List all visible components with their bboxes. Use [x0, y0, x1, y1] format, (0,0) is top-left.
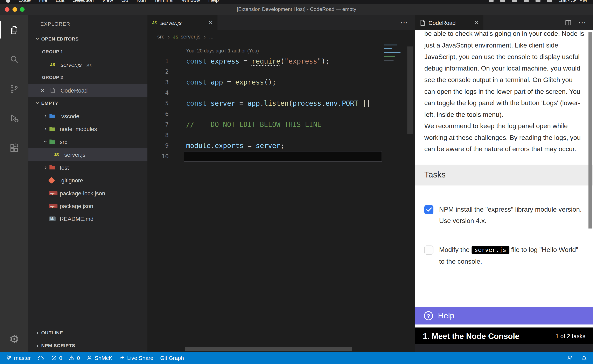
status-master[interactable]: master	[6, 355, 31, 361]
close-tab-icon[interactable]: ✕	[204, 20, 213, 26]
menu-window[interactable]: Window	[182, 0, 200, 3]
tree-item-test[interactable]: ›test	[28, 161, 148, 174]
menubar-status-icon[interactable]	[489, 0, 493, 2]
task-checkbox-unchecked[interactable]	[424, 245, 433, 254]
status-0[interactable]: 0	[69, 355, 80, 361]
menu-file[interactable]: File	[39, 0, 47, 3]
js-file-icon: JS	[173, 35, 179, 39]
bell-icon	[581, 355, 587, 361]
chevron-right-icon: ›	[34, 342, 41, 349]
tab-server-js[interactable]: JS server.js ✕	[147, 15, 217, 30]
lesson-bar[interactable]: 1. Meet the Node Console 1 of 2 tasks	[415, 327, 593, 344]
tree-item-src[interactable]: ›src	[28, 135, 148, 148]
menubar-status-icon[interactable]	[547, 0, 552, 2]
close-editor-icon[interactable]: ✕	[40, 87, 50, 93]
code-line[interactable]: 5const server = app.listen(process.env.P…	[147, 98, 415, 109]
src-folder-icon	[49, 139, 56, 144]
apple-menu-icon[interactable]	[6, 0, 10, 3]
breadcrumb[interactable]: src›JSserver.js›...	[147, 30, 415, 43]
menubar-status-icon[interactable]	[535, 0, 540, 2]
panel-more-actions-icon[interactable]: ⋯	[578, 18, 586, 27]
line-number: 7	[147, 119, 169, 130]
menu-run[interactable]: Run	[137, 0, 146, 3]
code-line[interactable]: 4	[147, 88, 415, 98]
settings-gear-button[interactable]: ⚙	[0, 326, 28, 352]
code-line[interactable]: 9module.exports = server;	[147, 140, 415, 151]
menubar-status-icon[interactable]	[500, 0, 505, 2]
menu-view[interactable]: View	[102, 0, 113, 3]
activity-source-control-button[interactable]	[0, 74, 28, 104]
activity-explorer-button[interactable]	[0, 15, 28, 45]
menu-help[interactable]: Help	[208, 0, 219, 3]
close-window-button[interactable]	[5, 7, 9, 12]
editor-horizontal-scrollbar[interactable]	[185, 347, 352, 351]
tree-item-server-js[interactable]: JSserver.js	[28, 148, 148, 161]
panel-scrollbar[interactable]	[588, 32, 592, 228]
breadcrumb-item[interactable]: src	[157, 33, 164, 39]
code-line[interactable]: 2	[147, 66, 415, 77]
line-number: 6	[147, 109, 169, 119]
menubar-status-icon[interactable]	[512, 0, 517, 2]
tree-item-package-lock-json[interactable]: npmpackage-lock.json	[28, 187, 148, 199]
js-file-icon: JS	[50, 62, 55, 67]
menu-go[interactable]: Go	[121, 0, 128, 3]
menubar-clock[interactable]: Sat 4:54 PM	[559, 0, 587, 3]
help-bar[interactable]: ? Help	[415, 307, 593, 324]
gear-icon: ⚙	[9, 332, 19, 345]
activity-search-button[interactable]	[0, 45, 28, 74]
status-shmck[interactable]: ShMcK	[87, 355, 113, 361]
chevron-right-icon: ›	[34, 329, 41, 336]
sidebar-section-npm-scripts[interactable]: ›NPM SCRIPTS	[28, 339, 148, 352]
code-line[interactable]: 8	[147, 130, 415, 140]
line-number: 10	[147, 151, 169, 162]
close-tab-icon[interactable]: ✕	[470, 20, 479, 26]
menu-selection[interactable]: Selection	[73, 0, 94, 3]
vscode-folder-icon	[49, 113, 56, 119]
codelens-annotation[interactable]: You, 20 days ago | 1 author (You)	[147, 46, 415, 56]
status-0[interactable]: 0	[51, 355, 62, 361]
breadcrumb-item[interactable]: ...	[209, 33, 213, 39]
tree-item-node-modules[interactable]: ›node_modules	[28, 122, 148, 135]
workspace-folder-header[interactable]: › EMPTY	[28, 97, 148, 109]
open-editor-item-server-js[interactable]: JSserver.jssrc	[28, 58, 148, 71]
tree-item-package-json[interactable]: npmpackage.json	[28, 200, 148, 212]
open-editor-item-coderoad[interactable]: ✕CodeRoad	[28, 84, 148, 97]
tree-item-readme-md[interactable]: M↓README.md	[28, 212, 148, 225]
zoom-window-button[interactable]	[20, 7, 25, 12]
tab-coderoad[interactable]: CodeRoad ✕	[415, 15, 483, 30]
tree-item-vscode[interactable]: ›.vscode	[28, 110, 148, 122]
menu-terminal[interactable]: Terminal	[154, 0, 173, 3]
sidebar-section-outline[interactable]: ›OUTLINE	[28, 326, 148, 339]
code-editor[interactable]: You, 20 days ago | 1 author (You) 1const…	[147, 43, 415, 352]
status-cloud[interactable]	[38, 355, 44, 360]
editor-more-actions-icon[interactable]: ⋯	[400, 18, 408, 27]
minimize-window-button[interactable]	[13, 7, 17, 12]
window-titlebar[interactable]: [Extension Development Host] - CodeRoad …	[0, 4, 593, 15]
code-line[interactable]: 3const app = express();	[147, 77, 415, 88]
split-editor-icon[interactable]	[565, 20, 571, 26]
tree-item-gitignore[interactable]: .gitignore	[28, 174, 148, 187]
line-number: 1	[147, 56, 169, 66]
code-line[interactable]: 7// -- DO NOT EDIT BELOW THIS LINE	[147, 119, 415, 130]
window-title: [Extension Development Host] - CodeRoad …	[237, 6, 356, 12]
breadcrumb-item[interactable]: JSserver.js	[173, 33, 200, 39]
code-line[interactable]: 10	[147, 151, 415, 162]
minimap[interactable]	[384, 45, 402, 64]
status-live-share[interactable]: Live Share	[119, 355, 153, 361]
lesson-progress: 1 of 2 tasks	[555, 332, 586, 339]
editor-vertical-scrollbar[interactable]	[407, 46, 413, 134]
code-line[interactable]: 6	[147, 109, 415, 119]
open-editors-header[interactable]: › OPEN EDITORS	[28, 32, 148, 45]
menu-edit[interactable]: Edit	[56, 0, 64, 3]
task-checkbox-checked[interactable]	[424, 205, 433, 214]
activity-run-debug-button[interactable]	[0, 104, 28, 133]
status-feedback[interactable]	[567, 355, 573, 361]
status-git-graph[interactable]: Git Graph	[160, 355, 184, 361]
menu-code[interactable]: Code	[19, 0, 31, 3]
status-bell[interactable]	[581, 355, 587, 361]
code-line[interactable]: 1const express = require("express");	[147, 56, 415, 66]
sidebar-title: EXPLORER	[28, 15, 148, 32]
line-number: 4	[147, 88, 169, 98]
activity-extensions-button[interactable]	[0, 133, 28, 162]
menubar-status-icon[interactable]	[524, 0, 529, 2]
